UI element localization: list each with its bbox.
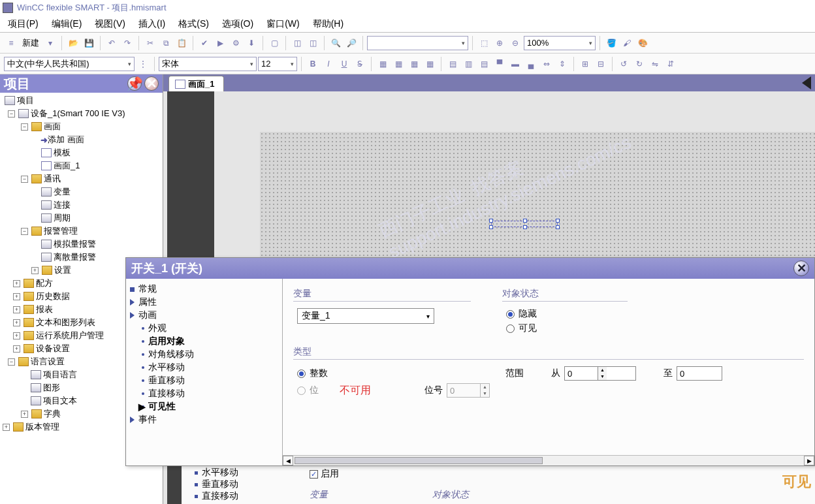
from-down-icon[interactable]: ▼ bbox=[598, 373, 607, 380]
from-spinbox[interactable]: ▲▼ bbox=[564, 366, 636, 381]
paste-icon[interactable]: 📋 bbox=[174, 36, 189, 50]
lower-nav-vertical[interactable]: 垂直移动 bbox=[195, 479, 238, 490]
variable-combo[interactable]: 变量_1▾ bbox=[297, 308, 434, 324]
dist-h-icon[interactable]: ⇔ bbox=[539, 57, 554, 71]
layer2-icon[interactable]: ▦ bbox=[391, 57, 406, 71]
tree-screens[interactable]: −画面 bbox=[1, 120, 161, 133]
open-icon[interactable]: 📂 bbox=[66, 36, 80, 50]
snap-icon[interactable]: ⊟ bbox=[594, 57, 608, 71]
align-right-icon[interactable]: ▤ bbox=[477, 57, 491, 71]
copy-icon[interactable]: ⧉ bbox=[159, 36, 173, 50]
enable-checkbox[interactable]: ✓ bbox=[310, 470, 318, 479]
switch-object[interactable] bbox=[491, 221, 558, 227]
menu-project[interactable]: 项目(P) bbox=[3, 17, 44, 31]
check-icon[interactable]: ✔ bbox=[197, 36, 212, 50]
align-center-icon[interactable]: ▥ bbox=[461, 57, 475, 71]
layer3-icon[interactable]: ▦ bbox=[407, 57, 421, 71]
cut-icon[interactable]: ✂ bbox=[143, 36, 157, 50]
canvas-tab-screen1[interactable]: 画面_1 bbox=[168, 76, 224, 91]
tree-comm[interactable]: −通讯 bbox=[1, 172, 161, 185]
zoom-out-icon[interactable]: ⊖ bbox=[508, 36, 522, 50]
tree-analog-alarm[interactable]: 模拟量报警 bbox=[1, 238, 161, 251]
from-input[interactable] bbox=[565, 367, 598, 380]
scroll-right-icon[interactable]: ▶ bbox=[804, 456, 814, 465]
flip-h-icon[interactable]: ⇋ bbox=[648, 57, 662, 71]
nav-diagonal-move[interactable]: 对角线移动 bbox=[130, 348, 278, 361]
select-icon[interactable]: ⬚ bbox=[477, 36, 491, 50]
dist-v-icon[interactable]: ⇕ bbox=[555, 57, 569, 71]
brush-icon[interactable]: 🖌 bbox=[620, 36, 634, 50]
layer4-icon[interactable]: ▦ bbox=[423, 57, 437, 71]
menu-options[interactable]: 选项(O) bbox=[217, 17, 259, 31]
nav-properties[interactable]: 属性 bbox=[130, 296, 278, 309]
radio-hidden[interactable] bbox=[506, 310, 515, 319]
nav-enable-object[interactable]: 启用对象 bbox=[130, 335, 278, 348]
scroll-left-icon[interactable]: ◀ bbox=[283, 456, 293, 465]
dropdown-icon[interactable]: ▾ bbox=[43, 36, 57, 50]
to-input[interactable] bbox=[677, 367, 710, 380]
nav-animation[interactable]: 动画 bbox=[130, 309, 278, 322]
tag-icon[interactable]: ◫ bbox=[290, 36, 304, 50]
transfer-icon[interactable]: ▶ bbox=[213, 36, 227, 50]
tree-screen1[interactable]: 画面_1 bbox=[1, 159, 161, 172]
download-icon[interactable]: ⬇ bbox=[244, 36, 259, 50]
find-icon[interactable]: 🔍 bbox=[328, 36, 343, 50]
tree-alarm[interactable]: −报警管理 bbox=[1, 225, 161, 238]
compile-icon[interactable]: ⚙ bbox=[229, 36, 243, 50]
menu-help[interactable]: 帮助(H) bbox=[308, 17, 349, 31]
from-up-icon[interactable]: ▲ bbox=[598, 367, 607, 373]
tree-conn[interactable]: 连接 bbox=[1, 198, 161, 212]
tab-scroll-right-icon[interactable] bbox=[802, 76, 811, 89]
findnext-icon[interactable]: 🔎 bbox=[344, 36, 359, 50]
radio-integer[interactable] bbox=[297, 370, 306, 378]
menu-view[interactable]: 视图(V) bbox=[89, 17, 131, 31]
color-icon[interactable]: 🎨 bbox=[635, 36, 650, 50]
tree-cycle[interactable]: 周期 bbox=[1, 212, 161, 225]
nav-general[interactable]: 常规 bbox=[130, 283, 278, 296]
tree-root[interactable]: 项目 bbox=[1, 94, 161, 107]
strike-icon[interactable]: S̶ bbox=[353, 57, 367, 71]
nav-horizontal-move[interactable]: 水平移动 bbox=[130, 361, 278, 374]
search-combo[interactable]: ▾ bbox=[367, 36, 468, 50]
nav-vertical-move[interactable]: 垂直移动 bbox=[130, 374, 278, 387]
tree-template[interactable]: 模板 bbox=[1, 146, 161, 159]
radio-visible[interactable] bbox=[506, 324, 515, 333]
dialog-close-icon[interactable]: ✕ bbox=[793, 260, 809, 276]
zoom-combo[interactable]: 100%▾ bbox=[524, 36, 596, 50]
tree-tags[interactable]: 变量 bbox=[1, 185, 161, 198]
bold-icon[interactable]: B bbox=[306, 57, 320, 71]
to-spinbox[interactable] bbox=[677, 366, 722, 381]
pin-icon[interactable]: 📌 bbox=[127, 76, 142, 91]
underline-icon[interactable]: U bbox=[337, 57, 351, 71]
lower-nav-horizontal[interactable]: 水平移动 bbox=[195, 467, 238, 479]
screen-icon[interactable]: ▢ bbox=[267, 36, 281, 50]
scroll-thumb[interactable] bbox=[295, 457, 543, 464]
align-left-icon[interactable]: ▤ bbox=[445, 57, 460, 71]
close-icon[interactable]: ✕ bbox=[144, 76, 159, 91]
line-icon[interactable]: ≡ bbox=[4, 36, 18, 50]
dialog-title-bar[interactable]: 开关_1 (开关) ✕ bbox=[126, 258, 814, 279]
rotate-r-icon[interactable]: ↻ bbox=[632, 57, 647, 71]
nav-events[interactable]: 事件 bbox=[130, 413, 278, 426]
font-combo[interactable]: 宋体▾ bbox=[159, 57, 257, 71]
tree-device[interactable]: −设备_1(Smart 700 IE V3) bbox=[1, 107, 161, 120]
menu-format[interactable]: 格式(S) bbox=[173, 17, 214, 31]
menu-insert[interactable]: 插入(I) bbox=[133, 17, 170, 31]
menu-edit[interactable]: 编辑(E) bbox=[46, 17, 88, 31]
layer-icon[interactable]: ▦ bbox=[376, 57, 390, 71]
grid-icon[interactable]: ⊞ bbox=[578, 57, 592, 71]
menu-window[interactable]: 窗口(W) bbox=[261, 17, 305, 31]
dialog-scroll-h[interactable]: ◀ ▶ bbox=[283, 455, 814, 465]
nav-direct-move[interactable]: 直接移动 bbox=[130, 387, 278, 400]
align-bot-icon[interactable]: ▄ bbox=[524, 57, 538, 71]
save-icon[interactable]: 💾 bbox=[82, 36, 96, 50]
tree-add-screen[interactable]: ➜添加 画面 bbox=[1, 133, 161, 146]
lang-btn-icon[interactable]: ⋮ bbox=[136, 57, 150, 71]
nav-appearance[interactable]: 外观 bbox=[130, 322, 278, 335]
fill-icon[interactable]: 🪣 bbox=[604, 36, 618, 50]
nav-visibility[interactable]: ▶可见性 bbox=[130, 400, 278, 413]
tag2-icon[interactable]: ◫ bbox=[306, 36, 320, 50]
flip-v-icon[interactable]: ⇵ bbox=[663, 57, 678, 71]
lower-nav-direct[interactable]: 直接移动 bbox=[195, 490, 238, 502]
new-button[interactable]: 新建 bbox=[20, 37, 42, 49]
